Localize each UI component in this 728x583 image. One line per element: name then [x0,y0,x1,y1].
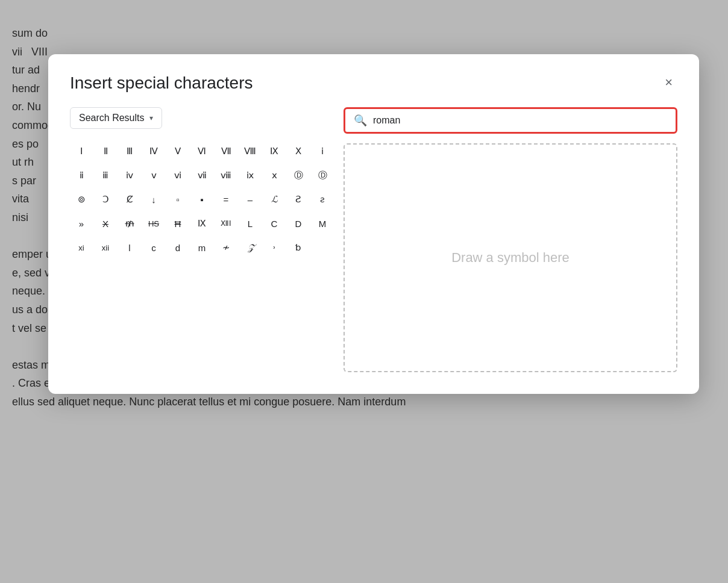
insert-special-characters-dialog: Insert special characters × Search Resul… [48,54,699,394]
char-cell[interactable]: 𝒵 [239,236,262,259]
left-panel: Search Results ▾ Ⅰ Ⅱ Ⅲ Ⅳ Ⅴ Ⅵ Ⅶ Ⅷ Ⅸ Ⅹ ⅰ ⅱ… [70,107,329,372]
close-button[interactable]: × [660,73,677,92]
char-cell[interactable]: m [190,236,213,259]
char-cell[interactable]: Ⅳ [142,140,165,163]
category-dropdown[interactable]: Search Results ▾ [70,107,162,129]
char-cell[interactable]: l [118,236,141,259]
search-icon: 🔍 [354,114,367,127]
char-cell[interactable]: Ȼ [118,188,141,211]
char-cell[interactable]: Ↄ [94,188,117,211]
char-cell[interactable]: c [142,236,165,259]
char-cell[interactable]: ˒ [263,236,286,259]
char-cell[interactable]: ⅸ [239,164,262,187]
char-cell[interactable]: Ⅲ [118,140,141,163]
char-cell[interactable]: X [94,212,117,235]
char-cell[interactable]: xii [94,236,117,259]
char-cell[interactable]: Ⓓ [311,164,334,187]
dialog-header: Insert special characters × [70,73,677,93]
char-cell[interactable]: Ħ [166,212,189,235]
char-cell[interactable]: Ⅱ [94,140,117,163]
char-cell[interactable]: ↓ [142,188,165,211]
char-cell[interactable]: ⅳ [118,164,141,187]
char-cell[interactable]: D [287,212,310,235]
char-cell[interactable]: ⅫⅠ [215,212,237,235]
char-cell[interactable]: Ⅷ [239,140,262,163]
char-cell[interactable]: Ⅶ [215,140,237,163]
char-cell[interactable]: ≁ [215,236,237,259]
char-cell[interactable]: Ⅴ [166,140,189,163]
char-cell[interactable]: Ⅸ [263,140,286,163]
char-cell[interactable]: ⅰ [311,140,334,163]
search-box[interactable]: 🔍 [344,107,677,134]
char-cell[interactable]: ₥ [118,212,141,235]
dialog-title: Insert special characters [70,73,253,93]
draw-symbol-label: Draw a symbol here [451,250,570,266]
dropdown-label: Search Results [79,113,145,123]
char-cell[interactable]: M [311,212,334,235]
dialog-body: Search Results ▾ Ⅰ Ⅱ Ⅲ Ⅳ Ⅴ Ⅵ Ⅶ Ⅷ Ⅸ Ⅹ ⅰ ⅱ… [70,107,677,372]
char-cell[interactable]: Ⅵ [190,140,213,163]
char-cell[interactable]: ⊚ [70,188,93,211]
char-cell[interactable]: ℒ [263,188,286,211]
char-cell[interactable]: C [263,212,286,235]
char-cell[interactable]: Ⓓ [287,164,310,187]
char-cell[interactable]: L [239,212,262,235]
search-input[interactable] [373,115,667,126]
chevron-down-icon: ▾ [149,114,153,122]
char-cell[interactable]: ⅶ [190,164,213,187]
char-cell[interactable]: ⅲ [94,164,117,187]
char-cell[interactable]: d [166,236,189,259]
char-cell[interactable]: ⅴ [142,164,165,187]
char-cell[interactable]: Ⅹ [287,140,310,163]
char-cell[interactable]: ⅱ [70,164,93,187]
char-cell[interactable]: – [239,188,262,211]
char-cell[interactable]: Ⅸ [190,212,213,235]
char-cell[interactable]: Ƨ [287,188,310,211]
char-cell[interactable]: ▫ [166,188,189,211]
char-cell[interactable]: » [70,212,93,235]
char-cell[interactable]: ⅷ [215,164,237,187]
right-panel: 🔍 Draw a symbol here [344,107,677,372]
char-cell[interactable]: ⅵ [166,164,189,187]
char-cell[interactable]: ⅹ [263,164,286,187]
char-cell[interactable]: = [215,188,237,211]
char-cell[interactable]: ƅ [287,236,310,259]
char-cell[interactable]: HS [142,212,165,235]
draw-symbol-area[interactable]: Draw a symbol here [344,143,677,372]
char-cell[interactable]: ▪ [190,188,213,211]
characters-grid: Ⅰ Ⅱ Ⅲ Ⅳ Ⅴ Ⅵ Ⅶ Ⅷ Ⅸ Ⅹ ⅰ ⅱ ⅲ ⅳ ⅴ ⅵ ⅶ ⅷ ⅸ ⅹ [70,140,329,259]
char-cell[interactable]: Ⅰ [70,140,93,163]
char-cell[interactable]: ƨ [311,188,334,211]
char-cell[interactable]: xi [70,236,93,259]
